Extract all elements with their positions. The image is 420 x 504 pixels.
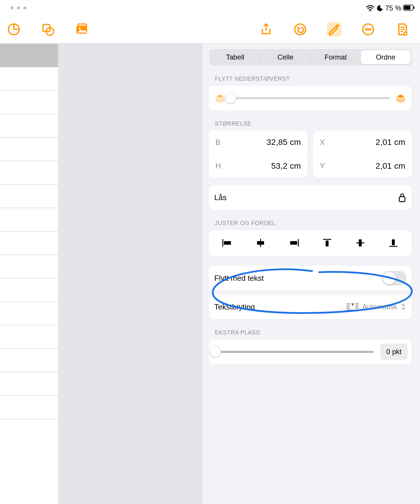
extra-space-row[interactable]: 0 pkt — [209, 339, 412, 364]
extra-space-slider[interactable] — [215, 351, 374, 353]
align-bottom-button[interactable] — [387, 236, 400, 250]
section-align: JUSTER OG FORDEL — [215, 220, 412, 226]
align-hcenter-button[interactable] — [254, 236, 267, 250]
layer-track[interactable] — [231, 97, 390, 99]
move-with-text-toggle[interactable] — [382, 271, 407, 285]
share-button[interactable] — [259, 22, 273, 37]
tab-celle[interactable]: Celle — [261, 50, 311, 64]
layer-order-slider[interactable] — [209, 86, 412, 110]
svg-rect-2 — [404, 6, 411, 10]
y-field[interactable]: Y2,01 cm — [313, 154, 412, 177]
svg-rect-24 — [326, 241, 329, 246]
section-extra-space: EKSTRA PLASS — [215, 329, 412, 336]
section-move-layer: FLYTT NEDERST/ØVERST — [215, 75, 412, 82]
lock-icon — [398, 192, 407, 202]
format-brush-button[interactable] — [327, 22, 341, 37]
format-inspector-panel: Tabell Celle Format Ordne FLYTT NEDERST/… — [202, 44, 420, 504]
table-body[interactable] — [58, 44, 202, 504]
align-top-button[interactable] — [320, 236, 334, 250]
svg-rect-16 — [399, 197, 405, 202]
toolbar — [0, 15, 420, 43]
battery-text: 75 % — [385, 4, 401, 12]
inspector-tabs: Tabell Celle Format Ordne — [209, 49, 412, 65]
x-field[interactable]: X2,01 cm — [313, 131, 412, 154]
chart-button[interactable] — [6, 22, 21, 37]
align-right-button[interactable] — [287, 236, 300, 250]
svg-rect-20 — [257, 241, 264, 245]
svg-point-14 — [370, 29, 371, 30]
svg-rect-18 — [224, 241, 231, 245]
svg-rect-3 — [414, 6, 414, 9]
height-field[interactable]: H53,2 cm — [209, 154, 307, 177]
move-with-text-row[interactable]: Flytt med tekst — [209, 266, 412, 290]
canvas[interactable] — [0, 44, 202, 504]
tab-tabell[interactable]: Tabell — [210, 50, 260, 64]
extra-space-value[interactable]: 0 pkt — [380, 344, 408, 360]
document-settings-button[interactable] — [395, 22, 409, 37]
svg-rect-28 — [392, 239, 395, 245]
media-button[interactable] — [74, 22, 89, 37]
send-back-icon — [215, 93, 225, 103]
layer-thumb[interactable] — [225, 92, 236, 104]
svg-point-12 — [365, 29, 367, 30]
wrap-mode-icon — [346, 303, 359, 311]
chevron-up-down-icon — [400, 303, 407, 310]
more-button[interactable] — [361, 22, 375, 37]
svg-rect-22 — [290, 241, 297, 245]
tab-ordne[interactable]: Ordne — [361, 50, 411, 64]
table-first-column[interactable] — [0, 44, 58, 504]
svg-rect-8 — [78, 24, 86, 26]
text-wrap-row[interactable]: Tekstbryting Automatisk — [209, 295, 412, 319]
svg-point-9 — [79, 27, 81, 29]
width-field[interactable]: B32,85 cm — [209, 131, 307, 154]
align-left-button[interactable] — [221, 236, 234, 250]
align-distribute-row — [209, 230, 412, 256]
battery-icon — [403, 4, 415, 12]
multitask-dots[interactable] — [11, 6, 26, 9]
align-vcenter-button[interactable] — [353, 236, 367, 250]
svg-point-13 — [368, 29, 369, 30]
svg-rect-26 — [359, 239, 362, 246]
svg-point-0 — [370, 11, 371, 12]
tab-format[interactable]: Format — [311, 50, 361, 64]
status-bar: 75 % — [366, 4, 415, 12]
bring-front-icon — [396, 93, 405, 103]
moon-icon — [376, 5, 383, 12]
extra-space-thumb[interactable] — [210, 346, 221, 357]
undo-button[interactable] — [293, 22, 307, 37]
section-size: STØRRELSE — [215, 120, 412, 127]
shape-button[interactable] — [40, 22, 55, 37]
lock-row[interactable]: Lås — [209, 185, 412, 210]
wifi-icon — [366, 5, 375, 12]
